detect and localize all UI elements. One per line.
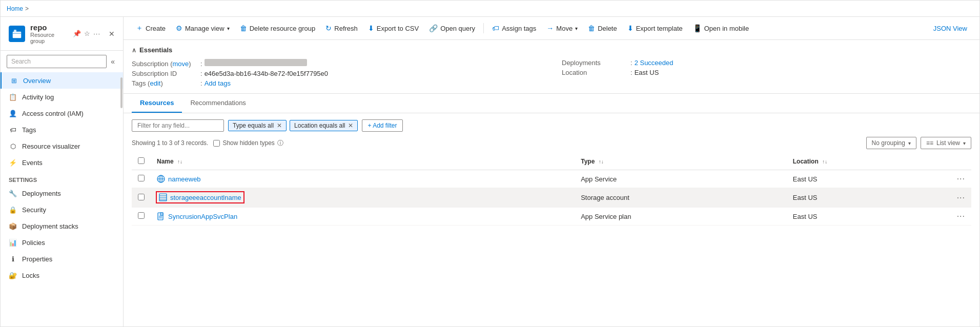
add-filter-button[interactable]: + Add filter	[362, 119, 402, 132]
sidebar-item-resource-visualizer[interactable]: ⬡Resource visualizer	[1, 138, 123, 154]
sidebar-item-deployment-stacks[interactable]: 📦Deployment stacks	[1, 218, 123, 234]
add-tags-link[interactable]: Add tags	[205, 79, 231, 87]
sidebar-header: repo Resource group 📌 ☆ ··· ✕	[1, 17, 123, 51]
table-row: nameeweb App Service East US ···	[132, 170, 971, 188]
subscription-id-row: Subscription ID : e46e5d3a-bb16-434b-8e7…	[132, 70, 541, 77]
search-input[interactable]	[7, 55, 107, 68]
create-button[interactable]: ＋ Create	[132, 21, 170, 35]
table-header: Name ↑↓ Type ↑↓ Location ↑↓	[132, 153, 971, 170]
sidebar-scroll-thumb	[120, 77, 122, 108]
name-column-header[interactable]: Name ↑↓	[151, 153, 575, 170]
export-template-button[interactable]: ⬇ Export template	[623, 22, 687, 35]
sidebar-item-label: Resource visualizer	[22, 142, 80, 150]
manage-view-button[interactable]: ⚙ Manage view ▾	[172, 22, 234, 35]
tab-resources[interactable]: Resources	[132, 94, 182, 113]
grouping-dropdown[interactable]: No grouping ▾	[866, 137, 916, 149]
star-icon[interactable]: ☆	[84, 30, 90, 37]
row-checkbox-2[interactable]	[138, 212, 145, 219]
records-bar: Showing 1 to 3 of 3 records. Show hidden…	[132, 137, 971, 149]
filter-chip-remove-1[interactable]: ✕	[348, 122, 353, 129]
resource-name-link-0[interactable]: nameeweb	[157, 175, 568, 183]
row-actions-button-2[interactable]: ···	[957, 212, 965, 220]
tags-edit-link[interactable]: edit	[150, 79, 160, 87]
show-hidden-label[interactable]: Show hidden types ⓘ	[213, 139, 283, 148]
sidebar-collapse-button[interactable]: «	[109, 55, 117, 68]
sidebar-item-events[interactable]: ⚡Events	[1, 154, 123, 171]
open-mobile-button[interactable]: 📱 Open in mobile	[689, 22, 753, 35]
sidebar-search-area: «	[1, 51, 123, 72]
row-actions-button-0[interactable]: ···	[957, 174, 965, 183]
sidebar-item-label: Access control (IAM)	[22, 110, 84, 117]
deployment-stacks-icon: 📦	[9, 222, 17, 230]
locks-icon: 🔐	[9, 271, 17, 279]
tabs-bar: ResourcesRecommendations	[124, 94, 979, 113]
row-location-cell-0: East US	[787, 170, 946, 188]
grouping-chevron-icon: ▾	[908, 140, 911, 146]
row-checkbox-1[interactable]	[138, 194, 145, 200]
essentials-left: Subscription (move) : Subscription ID : …	[132, 59, 541, 87]
essentials-chevron-icon: ∧	[132, 47, 136, 54]
sidebar-item-label: Policies	[22, 239, 45, 247]
app-container: Home > repo Resource group	[0, 0, 980, 327]
json-view-link[interactable]: JSON View	[929, 22, 971, 35]
sidebar-item-policies[interactable]: 📊Policies	[1, 234, 123, 251]
sidebar-item-access-control[interactable]: 👤Access control (IAM)	[1, 105, 123, 121]
records-bar-right: No grouping ▾ ≡≡ List view ▾	[866, 137, 971, 149]
row-checkbox-cell	[132, 170, 151, 188]
essentials-right: Deployments : 2 Succeeded Location : Eas…	[562, 59, 971, 87]
sidebar-item-properties[interactable]: ℹProperties	[1, 251, 123, 267]
sidebar-item-tags[interactable]: 🏷Tags	[1, 121, 123, 138]
row-actions-button-1[interactable]: ···	[957, 193, 965, 202]
move-icon: →	[546, 24, 554, 32]
sidebar-item-activity-log[interactable]: 📋Activity log	[1, 89, 123, 105]
sidebar-item-label: Security	[22, 206, 46, 214]
actions-column-header	[946, 153, 971, 170]
move-button[interactable]: → Move ▾	[542, 22, 582, 35]
refresh-button[interactable]: ↻ Refresh	[321, 22, 362, 35]
delete-button[interactable]: 🗑 Delete	[584, 22, 621, 35]
deployments-value-link[interactable]: 2 Succeeded	[635, 59, 673, 67]
resource-name-2: SyncrusionAppSvcPlan	[168, 213, 237, 220]
filter-input[interactable]	[132, 119, 224, 132]
show-hidden-checkbox[interactable]	[213, 140, 220, 147]
filter-chips-container: Type equals all✕Location equals all✕	[228, 120, 358, 131]
open-query-button[interactable]: 🔗 Open query	[425, 22, 479, 35]
subscription-move-link[interactable]: move	[172, 60, 189, 68]
delete-rg-button[interactable]: 🗑 Delete resource group	[236, 22, 320, 35]
assign-tags-icon: 🏷	[492, 24, 499, 32]
select-all-checkbox[interactable]	[138, 157, 145, 164]
type-column-header[interactable]: Type ↑↓	[575, 153, 787, 170]
assign-tags-button[interactable]: 🏷 Assign tags	[488, 22, 540, 35]
resource-name-link-2[interactable]: SyncrusionAppSvcPlan	[157, 212, 568, 220]
export-csv-button[interactable]: ⬇ Export to CSV	[364, 22, 423, 35]
close-icon[interactable]: ✕	[109, 30, 115, 38]
list-view-button[interactable]: ≡≡ List view ▾	[921, 137, 971, 149]
tab-recommendations[interactable]: Recommendations	[182, 94, 254, 113]
svg-rect-12	[160, 213, 163, 215]
row-checkbox-cell	[132, 188, 151, 208]
settings-section-label: Settings	[1, 171, 123, 185]
sidebar-item-label: Activity log	[22, 93, 54, 101]
more-icon[interactable]: ···	[93, 30, 100, 37]
row-location-cell-1: East US	[787, 188, 946, 208]
location-colon: :	[630, 69, 632, 76]
row-checkbox-0[interactable]	[138, 175, 145, 181]
sidebar: repo Resource group 📌 ☆ ··· ✕ « ⊞	[1, 17, 124, 326]
location-column-header[interactable]: Location ↑↓	[787, 153, 946, 170]
sidebar-item-deployments[interactable]: 🔧Deployments	[1, 185, 123, 201]
breadcrumb-home[interactable]: Home	[7, 5, 23, 12]
open-mobile-icon: 📱	[693, 24, 702, 32]
pin-icon[interactable]: 📌	[73, 30, 81, 37]
location-label: Location	[562, 69, 628, 76]
filter-chip-remove-0[interactable]: ✕	[277, 122, 282, 129]
sidebar-item-overview[interactable]: ⊞Overview	[1, 72, 123, 89]
grouping-value: No grouping	[872, 139, 905, 147]
sidebar-item-locks[interactable]: 🔐Locks	[1, 267, 123, 283]
resource-name-link-1[interactable]: storageeeaccountlname	[157, 192, 243, 202]
row-actions-cell-0: ···	[946, 170, 971, 188]
select-all-header	[132, 153, 151, 170]
sidebar-item-security[interactable]: 🔒Security	[1, 201, 123, 218]
sidebar-item-label: Properties	[22, 255, 52, 263]
name-sort-icon: ↑↓	[177, 159, 182, 165]
row-type-cell-1: Storage account	[575, 188, 787, 208]
